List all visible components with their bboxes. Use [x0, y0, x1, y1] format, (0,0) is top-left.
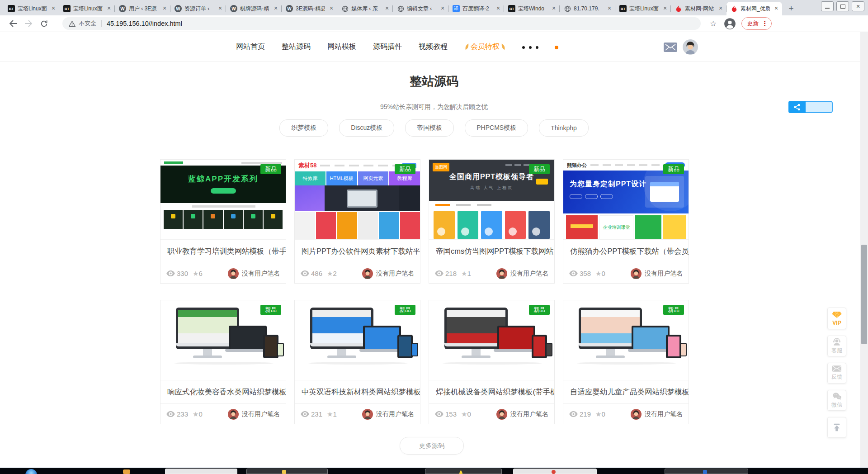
card-thumbnail[interactable]: 新品: [429, 300, 554, 380]
customer-service-button[interactable]: 客服: [827, 336, 846, 356]
tab-close-icon[interactable]: [105, 5, 113, 12]
card-thumbnail[interactable]: 新品: [295, 300, 420, 380]
nav-item-vip[interactable]: 会员特权: [464, 42, 506, 52]
card-thumbnail[interactable]: 新品: [563, 300, 689, 380]
vip-float-button[interactable]: VIP: [827, 308, 846, 329]
nav-item-templates[interactable]: 网站模板: [327, 42, 356, 52]
nav-more-dots-icon[interactable]: [522, 46, 538, 49]
nav-item-home[interactable]: 网站首页: [236, 42, 265, 52]
tab-close-icon[interactable]: [773, 5, 780, 12]
source-card[interactable]: 新品 当图网 全国商用PPT模板领导者 高端 大气 上档次 帝国cms仿当图网P…: [429, 159, 555, 284]
browser-profile-avatar[interactable]: [724, 18, 736, 30]
browser-tab[interactable]: 棋牌源码-精: [226, 2, 282, 15]
thumb-art: [160, 203, 286, 210]
browser-tab[interactable]: 81.70.179.: [560, 2, 615, 15]
source-card[interactable]: 新品 中英双语科技新材料类网站织梦模板 231 1 没有用户笔名: [294, 300, 420, 424]
views-icon: [301, 270, 309, 276]
close-window-button[interactable]: [852, 1, 864, 11]
browser-tab[interactable]: 3E源码-精品: [282, 2, 337, 15]
taskbar-app-button[interactable]: [665, 469, 748, 474]
nav-item-video[interactable]: 视频教程: [419, 42, 448, 52]
tab-close-icon[interactable]: [439, 5, 446, 12]
filter-thinkphp[interactable]: Thinkphp: [539, 119, 589, 137]
browser-tab[interactable]: 用户 ‹ 3E源: [115, 2, 170, 15]
filter-empirecms[interactable]: 帝国模板: [405, 119, 454, 137]
card-title[interactable]: 自适应婴幼儿童产品类网站织梦模板: [563, 380, 689, 403]
address-bar[interactable]: 不安全 45.195.156.10//index.html: [62, 17, 701, 30]
page-scrollbar[interactable]: [860, 32, 868, 468]
new-tab-button[interactable]: [785, 2, 797, 15]
new-badge: 新品: [529, 164, 550, 174]
taskbar-app-button[interactable]: [513, 469, 597, 474]
scrollbar-thumb[interactable]: [861, 245, 867, 344]
tab-close-icon[interactable]: [50, 5, 57, 12]
source-card[interactable]: 新品 素材58 特效库 HTML模板 网页元素 教程库: [294, 159, 420, 284]
browser-tab[interactable]: 宝塔Linux面: [59, 2, 115, 15]
netdisk-extension-widget[interactable]: [788, 101, 833, 113]
filter-dedecms[interactable]: 织梦模板: [279, 119, 328, 137]
card-title[interactable]: 响应式化妆美容香水类网站织梦模板: [160, 380, 286, 403]
tab-close-icon[interactable]: [606, 5, 613, 12]
taskbar-app-button[interactable]: [165, 469, 237, 474]
card-title[interactable]: 帝国cms仿当图网PPT模板下载网站源码: [429, 240, 554, 263]
tab-close-icon[interactable]: [161, 5, 168, 12]
views-count: 486: [311, 270, 322, 277]
card-thumbnail[interactable]: 新品: [160, 300, 286, 380]
taskbar-quick-launch-icon[interactable]: [123, 469, 130, 474]
card-title[interactable]: 焊接机械设备类网站织梦模板(带手机: [429, 380, 554, 403]
card-author: 没有用户笔名: [496, 268, 548, 279]
browser-tab[interactable]: 编辑文章 ‹: [393, 2, 448, 15]
user-avatar[interactable]: [683, 39, 698, 55]
back-to-top-button[interactable]: [827, 417, 846, 438]
browser-tab[interactable]: 素材网-网站: [671, 2, 726, 15]
forward-button[interactable]: [21, 16, 36, 31]
card-title[interactable]: 职业教育学习培训类网站模板（带手: [160, 240, 286, 263]
card-title[interactable]: 图片PPT办公软件网页素材下载站平台: [295, 240, 420, 263]
more-source-button[interactable]: 更多源码: [400, 437, 464, 455]
browser-tab[interactable]: 宝塔Windo: [504, 2, 560, 15]
tab-close-icon[interactable]: [328, 5, 335, 12]
browser-tab[interactable]: 宝塔Linux面: [4, 2, 59, 15]
chrome-update-button[interactable]: 更新: [741, 17, 772, 30]
card-thumbnail[interactable]: 新品 熊猫办公 为您量身定制PPT设计 企业培训课堂: [563, 160, 689, 240]
tab-close-icon[interactable]: [383, 5, 391, 12]
browser-menu-icon[interactable]: [761, 19, 768, 28]
reload-button[interactable]: [36, 16, 52, 31]
browser-tab[interactable]: 媒体库 ‹ 亲: [337, 2, 393, 15]
browser-tab[interactable]: 百度翻译-2: [448, 2, 504, 15]
nav-item-plugins[interactable]: 源码插件: [373, 42, 402, 52]
source-card[interactable]: 新品 响应式化妆美容香水类网站织梦模板 233 0 没有用户笔名: [160, 300, 286, 424]
tab-close-icon[interactable]: [217, 5, 224, 12]
card-thumbnail[interactable]: 新品 素材58 特效库 HTML模板 网页元素 教程库: [295, 160, 420, 240]
source-card[interactable]: 新品 自适应婴幼儿童产品类网站织梦模板 219 0 没有用户笔名: [563, 300, 689, 424]
filter-phpcms[interactable]: PHPCMS模板: [465, 119, 528, 137]
tab-close-icon[interactable]: [717, 5, 724, 12]
source-card[interactable]: 新品 焊接机械设备类网站织梦模板(带手机 153 0 没有用户笔名: [429, 300, 555, 424]
taskbar-app-button[interactable]: [246, 469, 328, 474]
card-title[interactable]: 中英双语科技新材料类网站织梦模板: [295, 380, 420, 403]
card-thumbnail[interactable]: 新品 当图网 全国商用PPT模板领导者 高端 大气 上档次: [429, 160, 554, 240]
card-thumbnail[interactable]: 新品 蓝鲸APP开发系列: [160, 160, 286, 240]
browser-tab-active[interactable]: 素材网_优质: [726, 2, 782, 15]
start-button[interactable]: [25, 469, 37, 474]
tab-close-icon[interactable]: [661, 5, 669, 12]
tab-close-icon[interactable]: [495, 5, 502, 12]
source-card[interactable]: 新品 熊猫办公 为您量身定制PPT设计 企业培训课堂 仿熊猫办公PPT模板: [563, 159, 689, 284]
wechat-button[interactable]: 微信: [827, 390, 846, 411]
source-card[interactable]: 新品 蓝鲸APP开发系列 职业教育学习培训类网站模板（带手 330 6 没有用户…: [160, 159, 286, 284]
feedback-button[interactable]: 反馈: [827, 363, 846, 384]
nav-item-source[interactable]: 整站源码: [282, 42, 311, 52]
taskbar-app-button[interactable]: [425, 469, 502, 474]
back-button[interactable]: [5, 16, 21, 31]
browser-tab[interactable]: 宝塔Linux面: [615, 2, 671, 15]
bookmark-star-icon[interactable]: [710, 19, 717, 28]
card-title[interactable]: 仿熊猫办公PPT模板下载站（带会员、: [563, 240, 689, 263]
messages-mail-icon[interactable]: [664, 43, 677, 52]
share-cloud-icon: [788, 101, 806, 113]
minimize-button[interactable]: [821, 1, 834, 11]
restore-button[interactable]: [836, 1, 849, 11]
filter-discuz[interactable]: Discuz模板: [339, 119, 394, 137]
tab-close-icon[interactable]: [550, 5, 557, 12]
tab-close-icon[interactable]: [272, 5, 279, 12]
browser-tab[interactable]: 资源订单 ‹: [170, 2, 226, 15]
